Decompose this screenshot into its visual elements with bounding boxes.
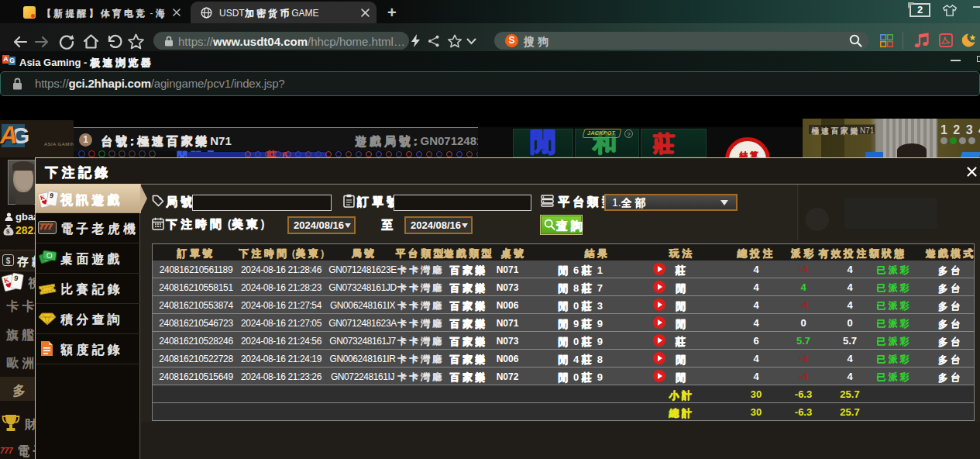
svg-text:$: $	[6, 228, 10, 235]
